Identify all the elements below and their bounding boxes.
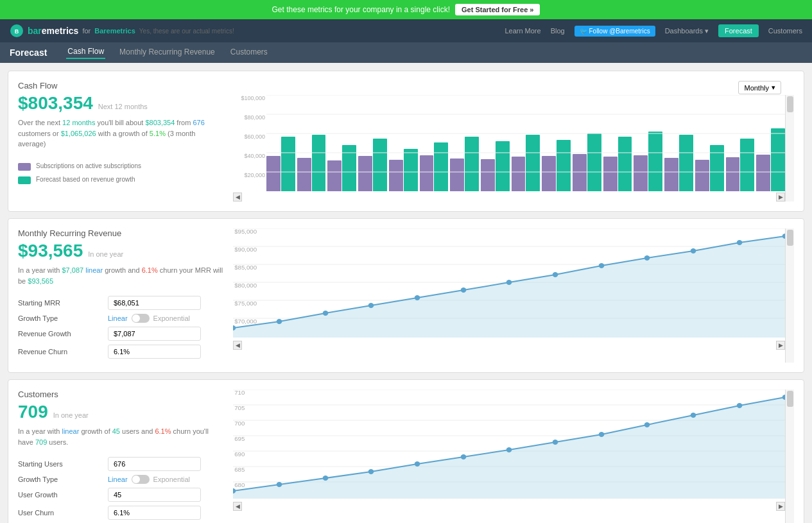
svg-text:685: 685 (234, 467, 245, 473)
mrr-v-scrollbar[interactable] (785, 228, 794, 363)
nav-learn-more[interactable]: Learn More (505, 27, 540, 35)
svg-text:B: B (15, 28, 19, 35)
customers-starting-row: Starting Users (18, 457, 223, 471)
cash-flow-chart-area: Monthly ▾ $100,000 $80,000 $60,000 $40,0… (233, 81, 794, 201)
nav-dashboards[interactable]: Dashboards ▾ (665, 27, 709, 35)
chart-prev[interactable]: ◀ (233, 193, 242, 201)
customers-chart-next[interactable]: ▶ (776, 502, 785, 511)
svg-point-22 (599, 263, 605, 268)
top-nav-links: Learn More Blog 🐦 Follow @Baremetrics Da… (505, 24, 802, 37)
customers-period: In one year (53, 411, 89, 419)
for-label: for (82, 27, 91, 35)
svg-point-46 (461, 454, 467, 459)
nav-forecast[interactable]: Forecast (718, 24, 759, 37)
page-title: Forecast (10, 47, 47, 58)
customers-user-churn-input[interactable] (108, 506, 201, 520)
svg-text:$80,000: $80,000 (234, 282, 257, 289)
monthly-label: Monthly (744, 84, 769, 92)
customers-inner: Customers 709 In one year In a year with… (18, 390, 794, 523)
tab-cash-flow[interactable]: Cash Flow (66, 47, 105, 59)
y-axis: $100,000 $80,000 $60,000 $40,000 $20,000 (233, 95, 265, 191)
mrr-period: In one year (88, 250, 123, 258)
customers-scrollbar-thumb (787, 391, 793, 407)
customers-exponential-option[interactable]: Exponential (153, 476, 191, 483)
legend-color-purple (18, 163, 31, 171)
tab-mrr[interactable]: Monthly Recurring Revenue (118, 47, 216, 58)
svg-point-45 (415, 461, 420, 467)
cash-flow-card: Cash Flow $803,354 Next 12 months Over t… (8, 71, 804, 212)
svg-point-43 (323, 476, 329, 481)
customers-toggle-switch[interactable] (132, 475, 150, 484)
mrr-starting-input[interactable] (108, 296, 201, 310)
top-nav: B baremetrics for Baremetrics Yes, these… (0, 19, 812, 42)
mrr-chart-nav: ◀ ▶ (233, 341, 794, 350)
svg-point-50 (644, 422, 650, 427)
customers-card: Customers 709 In one year In a year with… (8, 379, 804, 523)
bar-chart: $100,000 $80,000 $60,000 $40,000 $20,000 (266, 95, 785, 191)
customers-growth-type-label: Growth Type (18, 476, 101, 483)
svg-point-20 (506, 280, 512, 285)
legend-item-forecast: Forecast based on revenue growth (18, 176, 223, 184)
cash-flow-legend: Subscriptions on active subscriptions Fo… (18, 162, 223, 184)
svg-point-18 (415, 295, 420, 300)
nav-twitter[interactable]: 🐦 Follow @Baremetrics (574, 26, 655, 37)
mrr-card: Monthly Recurring Revenue $93,565 In one… (8, 218, 804, 373)
svg-point-47 (506, 447, 512, 452)
customers-user-growth-row: User Growth (18, 488, 223, 502)
customers-linear-option[interactable]: Linear (108, 476, 128, 483)
mrr-growth-toggle: Linear Exponential (108, 314, 190, 323)
top-banner: Get these metrics for your company in a … (0, 0, 812, 19)
banner-cta[interactable]: Get Started for Free » (455, 4, 540, 15)
customers-description: In a year with linear growth of 45 users… (18, 426, 223, 447)
logo-text: baremetrics (28, 26, 78, 36)
svg-marker-13 (233, 236, 785, 338)
svg-point-44 (368, 469, 374, 474)
mrr-chart-prev[interactable]: ◀ (233, 341, 242, 350)
customers-chart-area: 710 705 700 695 690 685 680 ◀ ▶ (233, 390, 794, 523)
nav-customers[interactable]: Customers (768, 27, 802, 35)
nav-blog[interactable]: Blog (551, 27, 565, 35)
svg-text:705: 705 (234, 405, 245, 411)
mrr-revenue-growth-label: Revenue Growth (18, 330, 101, 338)
customers-chart-prev[interactable]: ◀ (233, 502, 242, 511)
tab-customers[interactable]: Customers (229, 47, 269, 58)
svg-point-19 (461, 287, 467, 293)
mrr-revenue-churn-input[interactable] (108, 345, 201, 359)
customers-growth-toggle: Linear Exponential (108, 475, 190, 484)
mrr-revenue-growth-input[interactable] (108, 327, 201, 341)
svg-text:$75,000: $75,000 (234, 300, 257, 307)
mrr-exponential-option[interactable]: Exponential (153, 314, 191, 322)
grid-lines (266, 95, 785, 191)
legend-color-teal (18, 176, 31, 184)
mrr-toggle-switch[interactable] (132, 314, 150, 323)
mrr-revenue-growth-row: Revenue Growth (18, 327, 223, 341)
customers-starting-input[interactable] (108, 457, 201, 471)
banner-text: Get these metrics for your company in a … (272, 5, 450, 14)
svg-text:680: 680 (234, 482, 245, 488)
brand-note: Yes, these are our actual metrics! (139, 28, 234, 35)
customers-user-churn-label: User Churn (18, 509, 101, 517)
sub-nav: Forecast Cash Flow Monthly Recurring Rev… (0, 42, 812, 63)
mrr-title: Monthly Recurring Revenue (18, 228, 223, 238)
monthly-button[interactable]: Monthly ▾ (738, 81, 781, 94)
mrr-chart-area: $95,000 $90,000 $85,000 $80,000 $75,000 … (233, 228, 794, 363)
svg-point-24 (691, 248, 696, 253)
customers-form: Starting Users Growth Type Linear Expone… (18, 457, 223, 520)
logo-area: B baremetrics for Baremetrics Yes, these… (10, 24, 234, 38)
svg-text:690: 690 (234, 451, 245, 458)
mrr-inner: Monthly Recurring Revenue $93,565 In one… (18, 228, 794, 363)
customers-left: Customers 709 In one year In a year with… (18, 390, 223, 523)
mrr-chart-next[interactable]: ▶ (776, 341, 785, 350)
cash-flow-left: Cash Flow $803,354 Next 12 months Over t… (18, 81, 223, 201)
customers-user-growth-label: User Growth (18, 491, 101, 499)
customers-user-growth-input[interactable] (108, 488, 201, 502)
svg-text:$95,000: $95,000 (234, 228, 257, 235)
mrr-form: Starting MRR Growth Type Linear Exponent… (18, 296, 223, 359)
chart-next[interactable]: ▶ (776, 193, 785, 201)
customers-v-scrollbar[interactable] (785, 390, 794, 523)
svg-point-15 (277, 319, 282, 324)
cash-flow-amount: $803,354 (18, 93, 93, 114)
legend-text-subscriptions: Subscriptions on active subscriptions (36, 162, 141, 169)
mrr-linear-option[interactable]: Linear (108, 314, 128, 322)
chart-v-scrollbar[interactable] (785, 95, 794, 201)
